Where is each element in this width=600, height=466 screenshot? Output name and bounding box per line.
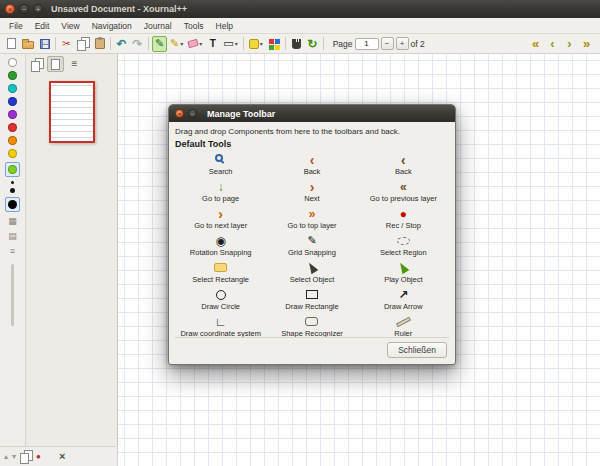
text-tool-button[interactable]: T <box>205 36 220 52</box>
color-swatch-3[interactable] <box>8 110 17 119</box>
panel-bottom-bar: ▴▾●× <box>0 446 118 466</box>
menu-tools[interactable]: Tools <box>178 21 210 31</box>
save-button[interactable] <box>37 36 52 52</box>
open-folder-button[interactable] <box>20 36 36 52</box>
tool-go-to-previous-layer[interactable]: «Go to previous layer <box>358 178 449 205</box>
undo-button[interactable]: ↶ <box>114 36 129 52</box>
tool-back[interactable]: ‹Back <box>266 151 357 178</box>
color-swatch-button[interactable]: ▾ <box>247 36 265 52</box>
tool-rotation-snapping[interactable]: ◉Rotation Snapping <box>175 232 266 259</box>
hand-tool-button[interactable] <box>289 36 304 52</box>
paste-button[interactable] <box>92 36 107 52</box>
dialog-minimize-button[interactable]: − <box>188 109 197 118</box>
tool-draw-circle[interactable]: Draw Circle <box>175 286 266 313</box>
snap-rotation-icon: ▤ <box>8 232 17 241</box>
first-page-button[interactable]: « <box>528 36 543 52</box>
toolbar-left-groups: ✂↶↷✎✎▾▾T▭▾▾↻ <box>4 36 320 52</box>
color-swatch-6[interactable] <box>8 149 17 158</box>
tool-draw-arrow[interactable]: ↗Draw Arrow <box>358 286 449 313</box>
color-swatch-icon <box>249 39 259 49</box>
shapes-button[interactable]: ▭▾ <box>221 36 239 52</box>
color-white-swatch[interactable] <box>8 58 17 67</box>
tool-shape-recognizer[interactable]: Shape Recognizer <box>266 313 357 337</box>
close-panel-icon: × <box>59 451 65 462</box>
tool-play-object[interactable]: Play Object <box>358 259 449 286</box>
snap-grid-button[interactable]: ▦ <box>8 216 17 227</box>
tool-search[interactable]: Search <box>175 151 266 178</box>
page-decrement-button[interactable]: − <box>381 37 394 50</box>
draw-circle-icon <box>216 290 226 300</box>
tool-rec-stop[interactable]: ●Rec / Stop <box>358 205 449 232</box>
schliessen-button[interactable]: Schließen <box>387 342 447 358</box>
layers-tab-button[interactable]: ≡ <box>66 56 83 72</box>
record-button[interactable]: ● <box>36 451 41 462</box>
selected-thickness[interactable] <box>5 197 20 212</box>
thumbnails-tab-button[interactable] <box>28 56 45 72</box>
new-layer-button[interactable] <box>20 451 32 462</box>
tool-draw-coordinate-system[interactable]: ∟Draw coordinate system <box>175 313 266 337</box>
coordinate-system-icon: ∟ <box>215 316 227 328</box>
redo-button[interactable]: ↷ <box>130 36 145 52</box>
menu-file[interactable]: File <box>3 21 29 31</box>
tool-select-region[interactable]: Select Region <box>358 232 449 259</box>
copy-button[interactable] <box>75 36 91 52</box>
toolbar-group <box>4 36 52 52</box>
tool-grid-snapping[interactable]: ✎Grid Snapping <box>266 232 357 259</box>
page-increment-button[interactable]: + <box>396 37 409 50</box>
tool-go-to-page[interactable]: ↓Go to page <box>175 178 266 205</box>
color-swatch-4[interactable] <box>8 123 17 132</box>
color-swatch-5[interactable] <box>8 136 17 145</box>
highlighter-button[interactable]: ✎▾ <box>168 36 185 52</box>
tool-icon-wrap <box>396 315 411 328</box>
line-thickness-1[interactable] <box>10 188 15 193</box>
tool-label: Go to next layer <box>194 221 247 230</box>
page-number-input[interactable]: 1 <box>355 38 379 50</box>
next-page-button[interactable]: › <box>562 36 577 52</box>
tool-draw-rectangle[interactable]: Draw Rectangle <box>266 286 357 313</box>
color-palette-button[interactable] <box>266 36 282 52</box>
window-minimize-button[interactable]: − <box>19 4 29 14</box>
new-document-button[interactable] <box>4 36 19 52</box>
zoom-fit-button[interactable]: ↻ <box>305 36 320 52</box>
previous-page-button[interactable]: ‹ <box>545 36 560 52</box>
menu-navigation[interactable]: Navigation <box>86 21 138 31</box>
tool-select-object[interactable]: Select Object <box>266 259 357 286</box>
tool-icon-wrap: ∟ <box>215 315 227 328</box>
page-preview-tab-button[interactable] <box>47 56 64 72</box>
tool-back[interactable]: ‹Back <box>358 151 449 178</box>
selected-color-swatch[interactable] <box>5 162 20 177</box>
window-maximize-button[interactable]: + <box>33 4 43 14</box>
eraser-button[interactable]: ▾ <box>186 36 204 52</box>
dialog-close-button[interactable]: × <box>175 109 184 118</box>
pen-button[interactable]: ✎ <box>152 36 167 52</box>
color-swatch-2[interactable] <box>8 97 17 106</box>
page-thumbnail[interactable] <box>49 81 95 143</box>
menu-help[interactable]: Help <box>210 21 239 31</box>
line-thickness-0[interactable] <box>11 181 14 184</box>
tool-icon-wrap <box>399 261 407 274</box>
tool-next[interactable]: ›Next <box>266 178 357 205</box>
tool-ruler[interactable]: Ruler <box>358 313 449 337</box>
dialog-titlebar[interactable]: × − Manage Toolbar <box>169 105 455 122</box>
menu-view[interactable]: View <box>55 21 85 31</box>
menu-journal[interactable]: Journal <box>138 21 178 31</box>
last-page-button[interactable]: » <box>579 36 594 52</box>
sidebar-scrollbar[interactable] <box>11 264 14 326</box>
cut-button[interactable]: ✂ <box>59 36 74 52</box>
color-swatch-0[interactable] <box>8 71 17 80</box>
scroll-up-button[interactable]: ▴ <box>4 451 8 462</box>
snap-rotation-button[interactable]: ▤ <box>8 231 17 242</box>
tool-go-to-top-layer[interactable]: »Go to top layer <box>266 205 357 232</box>
scroll-down-button[interactable]: ▾ <box>12 451 16 462</box>
color-swatch-1[interactable] <box>8 84 17 93</box>
tool-go-to-next-layer[interactable]: ›Go to next layer <box>175 205 266 232</box>
search-icon <box>215 154 223 162</box>
menu-edit[interactable]: Edit <box>29 21 56 31</box>
window-close-button[interactable]: × <box>5 4 15 14</box>
tool-select-rectangle[interactable]: Select Rectangle <box>175 259 266 286</box>
toolbox-button[interactable]: ≡ <box>10 246 15 257</box>
shape-recognizer-icon <box>305 317 318 326</box>
dialog-body: Drag and drop Components from here to th… <box>169 122 455 364</box>
close-panel-button[interactable]: × <box>59 451 65 462</box>
highlighter-icon: ✎ <box>170 38 179 49</box>
